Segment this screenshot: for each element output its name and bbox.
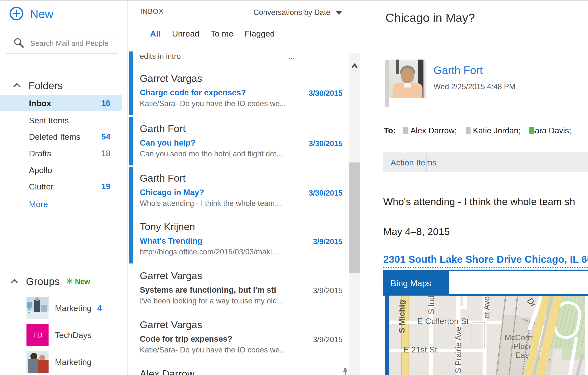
group-item-techdays[interactable]: TD TechDays [26,324,102,346]
email-date: 3/9/2015 [313,237,343,246]
email-item[interactable]: Alex Darrow [128,362,346,375]
sidebar-item-inbox[interactable]: Inbox 16 [29,98,110,109]
map-label-michigan: S Michig [397,300,407,333]
more-folders-link[interactable]: More [29,200,48,209]
email-item[interactable]: Garret Vargas Charge code for expenses? … [128,67,346,115]
group-avatar [26,297,49,319]
email-preview: Who's attending - I think the whole team… [140,199,281,208]
folders-section-header[interactable]: Folders [13,80,63,92]
email-sender: Garret Vargas [140,73,202,84]
map-label-cullerton: E Cullerton St [417,316,469,326]
map-canvas[interactable]: S Michig S Indi E Cullerton St S Prairie… [389,296,585,375]
email-sender: Alex Darrow [140,368,194,375]
recipients-row: To: Alex Darrow; Katie Jordan; Sara Davi… [384,126,580,135]
search-icon [6,37,25,50]
address-link-underline [383,267,588,268]
recipient-katie-jordan[interactable]: Katie Jordan; [466,126,521,135]
sidebar-item-drafts[interactable]: Drafts 18 [29,148,110,159]
chevron-up-icon [10,278,19,285]
sidebar-item-deleted-items[interactable]: Deleted Items 54 [29,131,110,142]
bing-maps-widget: Bing Maps S Michig S Indi E Cullerton St… [383,270,588,375]
email-date: 3/30/2015 [309,89,343,98]
new-button-label: New [30,7,53,21]
folder-label: Clutter [29,182,53,191]
groups-section-header[interactable]: Groups New [10,276,90,288]
folders-header-label: Folders [28,80,63,92]
message-subject-title: Chicago in May? [385,11,475,25]
map-frame-border-top [449,294,588,296]
email-list: Garret Vargas Charge code for expenses? … [128,0,346,375]
email-item-selected-conversation[interactable]: Garth Fort Chicago in May? 3/30/2015 Who… [128,167,346,215]
email-date: 3/9/2015 [313,335,343,344]
email-sender: Garret Vargas [140,319,202,331]
recipient-name: Sara Davis; [529,126,571,135]
apps-bar-divider [426,152,427,172]
email-sender: Garth Fort [140,123,186,135]
recipient-sara-davis[interactable]: Sara Davis; [529,126,571,135]
message-sender-link[interactable]: Garth Fort [434,64,483,76]
message-sent-timestamp: Wed 2/25/2015 4:48 PM [434,82,515,91]
unread-indicator-bar [129,67,133,115]
email-subject: Systems are functioning, but I'm sti [140,285,276,295]
chevron-up-icon [13,83,21,89]
search-input[interactable] [30,39,114,48]
sender-avatar [389,60,426,98]
search-box[interactable] [6,33,118,54]
new-message-button[interactable]: New [9,6,53,22]
unread-indicator-bar [129,215,133,263]
email-item[interactable]: Tony Krijnen What's Trending 3/9/2015 ht… [128,215,346,263]
map-frame-border-left [385,294,389,375]
map-label-calumet: et Ave [482,296,491,319]
unread-indicator-bar [129,167,133,215]
list-scrollbar-thumb[interactable] [349,162,360,273]
plus-circle-icon [9,6,24,22]
folder-label: Sent Items [29,116,69,125]
folder-label: Drafts [29,149,51,158]
email-item[interactable]: Garret Vargas Code for trip expenses? 3/… [128,313,346,362]
folder-label: Inbox [29,99,51,108]
folder-label: Deleted Items [29,132,80,142]
bing-maps-tab[interactable]: Bing Maps [383,271,449,296]
presence-indicator-available [529,127,534,134]
map-label-21st: E 21st St [403,345,437,354]
message-apps-bar: Action Items [383,152,588,172]
email-sender: Garth Fort [140,173,186,184]
sidebar-item-clutter[interactable]: Clutter 19 [29,181,110,192]
group-avatar [26,351,49,373]
group-label: TechDays [55,330,91,340]
email-sender: Garret Vargas [140,270,202,282]
email-subject: What's Trending [140,236,202,246]
group-unread-count: 4 [97,303,102,313]
address-link[interactable]: 2301 South Lake Shore Drive Chicago, IL … [383,254,588,265]
email-subject: Charge code for expenses? [140,88,246,97]
pin-icon [342,367,349,375]
email-preview: http://blogs.office.com/2015/03/03/maki.… [140,248,278,256]
folder-unread-count: 19 [101,182,110,191]
email-date: 3/30/2015 [309,139,343,148]
recipient-alex-darrow[interactable]: Alex Darrow; [403,126,457,135]
groups-new-badge-label: New [75,277,90,286]
email-item[interactable]: Garth Fort Can you help? 3/30/2015 Can y… [128,117,346,165]
map-road-jog-connector [456,306,467,309]
tab-action-items[interactable]: Action Items [391,158,436,167]
group-item-marketing-2[interactable]: Marketing [26,351,102,373]
folder-unread-count: 16 [101,99,110,108]
sidebar-item-apollo[interactable]: Apollo [29,164,110,176]
folder-label: Apollo [29,165,52,175]
email-item[interactable]: Garret Vargas Systems are functioning, b… [128,264,346,312]
email-sender: Tony Krijnen [140,221,195,233]
folder-item-count: 18 [101,149,110,158]
email-preview: I've been looking for a way to use my ol… [140,297,283,305]
groups-new-badge: New [66,277,90,286]
email-subject: Can you help? [140,138,195,148]
sidebar-item-sent-items[interactable]: Sent Items [29,115,110,126]
group-item-marketing-1[interactable]: Marketing 4 [26,297,102,319]
email-preview: Can you send me the hotel and flight det… [140,150,283,158]
scrollbar-up-arrow-icon[interactable] [351,63,358,70]
sparkle-icon [66,278,73,286]
presence-indicator-offline [466,127,471,134]
group-label: Marketing [55,303,91,313]
map-label-prairie: S Prairie Ave [454,327,463,373]
map-label-indiana: S Indi [427,296,436,314]
email-subject: Chicago in May? [140,188,204,197]
